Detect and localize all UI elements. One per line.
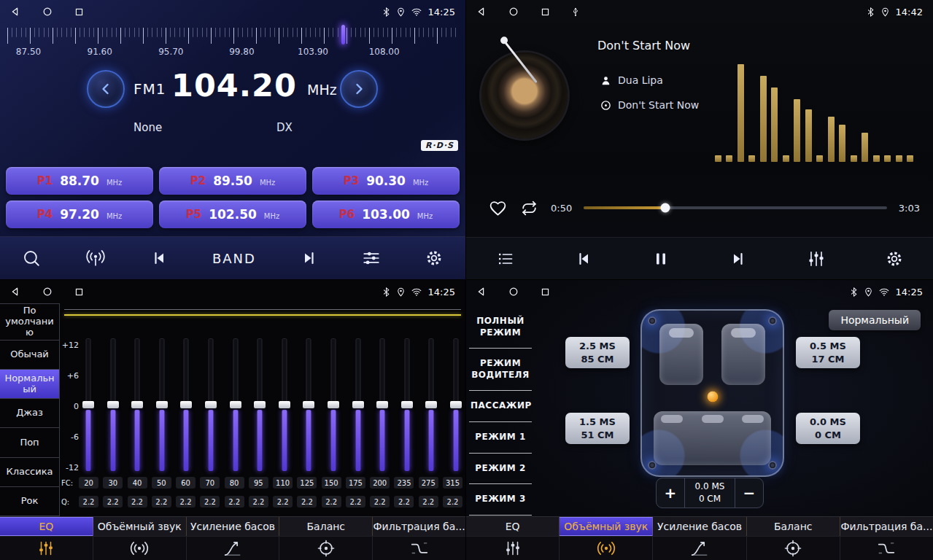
slider-knob[interactable] xyxy=(156,401,168,408)
repeat-icon[interactable] xyxy=(519,199,539,217)
slider-knob[interactable] xyxy=(352,401,364,408)
favorite-heart-icon[interactable] xyxy=(488,199,508,217)
eq-preset-item-3[interactable]: Джаз xyxy=(0,399,59,428)
tab-icon-filter[interactable] xyxy=(373,537,465,560)
tab-icon-balance[interactable] xyxy=(747,537,840,560)
audio-tab-4[interactable]: Фильтрация ба... xyxy=(373,517,465,536)
eq-band-slider[interactable] xyxy=(229,337,242,472)
slider-knob[interactable] xyxy=(230,401,241,408)
eq-band-slider[interactable] xyxy=(179,337,193,472)
home-icon[interactable] xyxy=(508,287,519,297)
home-icon[interactable] xyxy=(508,7,519,17)
slider-knob[interactable] xyxy=(254,401,266,408)
slider-knob[interactable] xyxy=(131,401,143,408)
eq-band-slider[interactable] xyxy=(302,337,315,472)
back-icon[interactable] xyxy=(10,287,20,297)
broadcast-icon[interactable] xyxy=(85,249,107,268)
audio-tab-3[interactable]: Баланс xyxy=(279,517,373,536)
previous-icon[interactable] xyxy=(150,249,169,267)
recents-icon[interactable] xyxy=(541,287,550,297)
delay-front-left[interactable]: 2.5 MS 85 CM xyxy=(565,337,630,368)
settings-gear-icon[interactable] xyxy=(885,249,904,268)
eq-band-slider[interactable] xyxy=(253,337,266,472)
audio-tab-2[interactable]: Усиление басов xyxy=(187,517,280,536)
next-track-icon[interactable] xyxy=(729,250,748,268)
slider-knob[interactable] xyxy=(328,401,339,408)
sf-mode-item-1[interactable]: РЕЖИМ ВОДИТЕЛЯ xyxy=(469,349,532,391)
eq-band-slider[interactable] xyxy=(131,337,144,472)
recents-icon[interactable] xyxy=(541,7,550,17)
settings-gear-icon[interactable] xyxy=(425,249,444,268)
eq-band-slider[interactable] xyxy=(449,337,462,472)
slider-knob[interactable] xyxy=(376,401,388,408)
eq-preset-item-5[interactable]: Классика xyxy=(0,458,59,487)
eq-band-slider[interactable] xyxy=(425,337,438,472)
decrease-delay-button[interactable]: − xyxy=(735,484,763,502)
seek-bar[interactable] xyxy=(584,206,887,209)
sf-mode-item-4[interactable]: РЕЖИМ 2 xyxy=(469,454,532,485)
eq-preset-item-0[interactable]: По умолчанию xyxy=(0,303,59,341)
eq-preset-item-4[interactable]: Поп xyxy=(0,428,59,457)
preset-button-p2[interactable]: P289.50MHz xyxy=(159,167,306,195)
preset-button-p1[interactable]: P188.70MHz xyxy=(6,167,153,195)
delay-front-right[interactable]: 0.5 MS 17 CM xyxy=(796,337,860,368)
slider-knob[interactable] xyxy=(279,401,290,408)
delay-rear-right[interactable]: 0.0 MS 0 CM xyxy=(796,413,860,444)
preset-button-p6[interactable]: P6103.00MHz xyxy=(312,201,460,228)
sound-profile-button[interactable]: Нормальный xyxy=(829,310,921,330)
frequency-ruler[interactable] xyxy=(7,28,458,44)
tab-icon-bass-boost[interactable] xyxy=(187,537,280,560)
tab-icon-bass-boost[interactable] xyxy=(653,537,746,560)
audio-tab-0[interactable]: EQ xyxy=(0,517,93,536)
increase-delay-button[interactable]: + xyxy=(657,484,684,502)
sf-mode-item-2[interactable]: ПАССАЖИР xyxy=(469,391,532,422)
slider-knob[interactable] xyxy=(303,401,314,408)
eq-band-slider[interactable] xyxy=(107,337,120,472)
band-button[interactable]: BAND xyxy=(212,251,256,266)
recents-icon[interactable] xyxy=(74,7,84,17)
sf-mode-item-5[interactable]: РЕЖИМ 3 xyxy=(469,484,532,516)
audio-tab-3[interactable]: Баланс xyxy=(747,517,840,536)
scan-icon[interactable] xyxy=(22,249,41,268)
slider-knob[interactable] xyxy=(180,401,192,408)
tab-icon-balance[interactable] xyxy=(279,537,373,560)
slider-knob[interactable] xyxy=(107,401,119,408)
eq-preset-item-6[interactable]: Рок xyxy=(0,487,59,516)
eq-preset-item-1[interactable]: Обычай xyxy=(0,341,59,370)
tab-icon-surround[interactable] xyxy=(93,537,187,560)
tab-icon-surround[interactable] xyxy=(560,537,653,560)
tune-up-button[interactable] xyxy=(340,70,378,108)
next-icon[interactable] xyxy=(300,249,319,267)
sf-mode-item-3[interactable]: РЕЖИМ 1 xyxy=(469,422,532,454)
slider-knob[interactable] xyxy=(401,401,413,408)
eq-band-slider[interactable] xyxy=(327,337,340,472)
slider-knob[interactable] xyxy=(425,401,437,408)
eq-band-slider[interactable] xyxy=(376,337,389,472)
slider-knob[interactable] xyxy=(450,401,462,408)
eq-band-slider[interactable] xyxy=(155,337,169,472)
back-icon[interactable] xyxy=(476,7,487,17)
tab-icon-filter[interactable] xyxy=(840,537,933,560)
recents-icon[interactable] xyxy=(74,287,84,297)
listening-position-marker[interactable] xyxy=(707,391,718,402)
back-icon[interactable] xyxy=(476,287,487,297)
back-icon[interactable] xyxy=(10,7,20,17)
tab-icon-eq[interactable] xyxy=(0,537,93,560)
preset-button-p3[interactable]: P390.30MHz xyxy=(312,167,460,195)
mixer-icon[interactable] xyxy=(807,249,826,268)
slider-knob[interactable] xyxy=(82,401,94,408)
sf-mode-item-0[interactable]: ПОЛНЫЙ РЕЖИМ xyxy=(469,306,532,349)
home-icon[interactable] xyxy=(42,7,53,17)
slider-knob[interactable] xyxy=(205,401,217,408)
tune-down-button[interactable] xyxy=(87,70,125,108)
audio-tab-1[interactable]: Объёмный звук xyxy=(560,517,653,536)
audio-tab-4[interactable]: Фильтрация ба... xyxy=(840,517,933,536)
pause-icon[interactable] xyxy=(652,250,670,268)
eq-band-slider[interactable] xyxy=(278,337,291,472)
preset-button-p5[interactable]: P5102.50MHz xyxy=(159,201,306,228)
playlist-icon[interactable] xyxy=(496,250,515,268)
eq-band-slider[interactable] xyxy=(352,337,365,472)
audio-tab-1[interactable]: Объёмный звук xyxy=(93,517,187,536)
audio-tab-0[interactable]: EQ xyxy=(466,517,560,536)
equalizer-icon[interactable] xyxy=(362,249,381,268)
